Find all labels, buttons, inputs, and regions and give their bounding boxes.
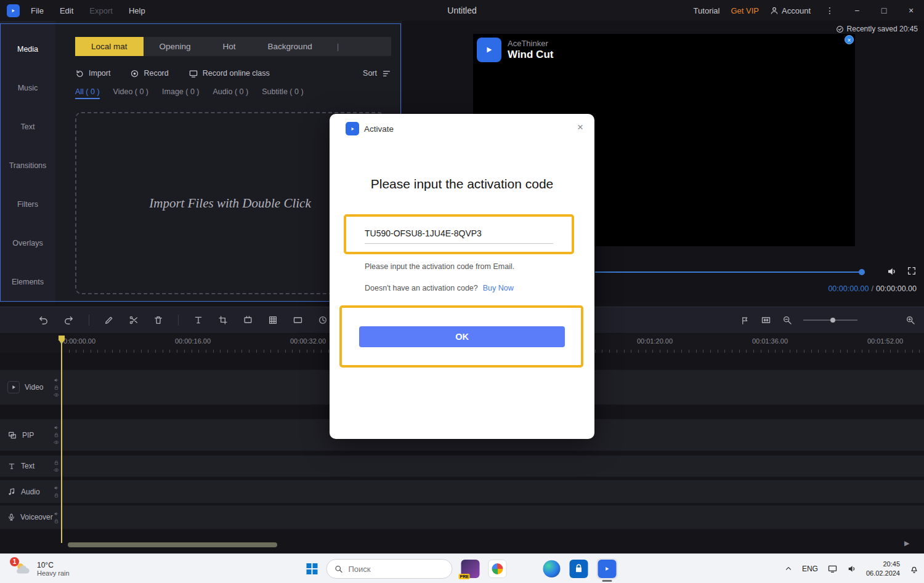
filter-video[interactable]: Video ( 0 ) (113, 87, 148, 99)
sort-button[interactable]: Sort (363, 69, 391, 78)
lock-icon[interactable] (54, 493, 59, 498)
ruler-label: 00:00:00.00 (60, 337, 95, 345)
timeline-horizontal-scrollbar[interactable] (68, 542, 277, 547)
volume-slider-track[interactable] (595, 271, 861, 273)
fullscreen-icon[interactable] (907, 266, 917, 276)
tab-opening[interactable]: Opening (144, 37, 207, 56)
lock-icon[interactable] (54, 385, 59, 390)
maximize-button[interactable]: □ (876, 6, 892, 15)
track-voiceover[interactable]: Voiceover (0, 505, 924, 529)
menu-help[interactable]: Help (129, 6, 145, 15)
hide-icon[interactable] (54, 440, 59, 445)
mosaic-icon[interactable] (268, 315, 278, 325)
menu-edit[interactable]: Edit (60, 6, 73, 15)
canvas-icon[interactable] (243, 315, 253, 325)
taskbar-app-store[interactable] (570, 560, 588, 578)
more-menu-button[interactable]: ⋮ (822, 6, 838, 15)
undo-icon[interactable] (38, 315, 49, 326)
volume-slider-handle[interactable] (859, 269, 865, 275)
filter-image[interactable]: Image ( 0 ) (162, 87, 199, 99)
network-monitor-icon[interactable] (827, 564, 838, 574)
annotation-close-badge[interactable]: × (845, 35, 854, 44)
account-button[interactable]: Account (770, 6, 811, 15)
import-button[interactable]: Import (75, 69, 110, 78)
sidebar-item-music[interactable]: Music (0, 68, 55, 107)
crop-icon[interactable] (218, 315, 228, 325)
text-tool-icon[interactable] (193, 315, 203, 325)
volume-icon[interactable] (847, 564, 857, 574)
track-label: Video (25, 383, 43, 392)
save-status-text: Recently saved 20:45 (847, 25, 918, 33)
close-button[interactable]: × (903, 6, 919, 15)
taskbar-app-premiere[interactable]: PRE (461, 560, 480, 578)
mute-icon[interactable] (54, 425, 59, 430)
record-button[interactable]: Record (130, 69, 168, 78)
speaker-icon[interactable] (886, 266, 898, 277)
filter-audio[interactable]: Audio ( 0 ) (213, 87, 248, 99)
lock-icon[interactable] (54, 432, 59, 438)
menu-file[interactable]: File (31, 6, 44, 15)
minimize-button[interactable]: − (849, 6, 865, 15)
marker-icon[interactable] (740, 316, 750, 325)
show-hidden-icons-chevron[interactable] (784, 565, 793, 573)
tab-hot[interactable]: Hot (207, 37, 252, 56)
taskbar-search[interactable] (326, 559, 453, 579)
mute-icon[interactable] (54, 511, 59, 517)
zoom-out-icon[interactable] (782, 315, 792, 325)
get-vip-link[interactable]: Get VIP (731, 6, 759, 15)
frame-icon[interactable] (293, 315, 303, 325)
brand-logo-icon (477, 38, 501, 62)
lock-icon[interactable] (54, 518, 59, 524)
mute-icon[interactable] (54, 485, 59, 491)
sidebar-item-elements[interactable]: Elements (0, 262, 55, 301)
lock-icon[interactable] (54, 460, 59, 465)
taskbar-app-photos[interactable] (488, 560, 507, 578)
screen-record-icon (188, 69, 198, 78)
taskbar-app-windcut-active[interactable] (597, 558, 618, 579)
sidebar-item-text[interactable]: Text (0, 107, 55, 146)
taskbar-app-edge[interactable] (543, 560, 561, 578)
sidebar-item-transitions[interactable]: Transitions (0, 146, 55, 185)
zoom-slider-handle[interactable] (830, 318, 835, 323)
filter-subtitle[interactable]: Subtitle ( 0 ) (262, 87, 303, 99)
tutorial-link[interactable]: Tutorial (694, 6, 720, 15)
no-code-question: Doesn't have an activation code? (365, 284, 478, 292)
taskbar-app-explorer[interactable] (516, 560, 534, 578)
notifications-bell-icon[interactable] (909, 564, 919, 574)
mute-icon[interactable] (54, 377, 59, 383)
activation-code-input[interactable] (365, 228, 553, 244)
zoom-in-icon[interactable] (906, 315, 915, 325)
speed-icon[interactable] (318, 315, 328, 325)
ok-button[interactable]: OK (359, 326, 565, 347)
timeline-zoom-slider[interactable] (803, 320, 857, 321)
scroll-right-arrow[interactable]: ▶ (904, 539, 909, 547)
dialog-close-icon[interactable]: × (577, 121, 583, 134)
redo-icon[interactable] (63, 315, 74, 326)
start-button[interactable] (307, 563, 318, 574)
media-tabs: Local mat Opening Hot Background | (75, 37, 391, 56)
titlebar: File Edit Export Help Untitled Tutorial … (0, 0, 924, 21)
search-input[interactable] (349, 565, 435, 574)
language-indicator[interactable]: ENG (802, 565, 818, 573)
playhead[interactable] (61, 336, 62, 543)
tab-local-material[interactable]: Local mat (75, 37, 144, 56)
hide-icon[interactable] (54, 467, 59, 473)
filter-all[interactable]: All ( 0 ) (75, 87, 100, 99)
track-text[interactable]: Text (0, 455, 924, 477)
sidebar-item-filters[interactable]: Filters (0, 185, 55, 223)
fit-timeline-icon[interactable] (761, 315, 771, 325)
sidebar-item-overlays[interactable]: Overlays (0, 223, 55, 262)
weather-widget[interactable]: 1 10°C Heavy rain (14, 554, 70, 583)
track-audio[interactable]: Audio (0, 480, 924, 504)
record-online-class-button[interactable]: Record online class (188, 69, 270, 78)
edit-icon[interactable] (104, 315, 114, 325)
activation-hint: Please input the activation code from Em… (365, 262, 514, 271)
clock[interactable]: 20:45 06.02.2024 (866, 560, 900, 578)
current-time: 00:00:00.00 (828, 284, 869, 293)
cut-icon[interactable] (129, 315, 139, 325)
hide-icon[interactable] (54, 392, 59, 398)
tab-background[interactable]: Background (252, 37, 328, 56)
buy-now-link[interactable]: Buy Now (483, 284, 514, 292)
sidebar-item-media[interactable]: Media (0, 30, 55, 68)
delete-icon[interactable] (153, 315, 163, 325)
